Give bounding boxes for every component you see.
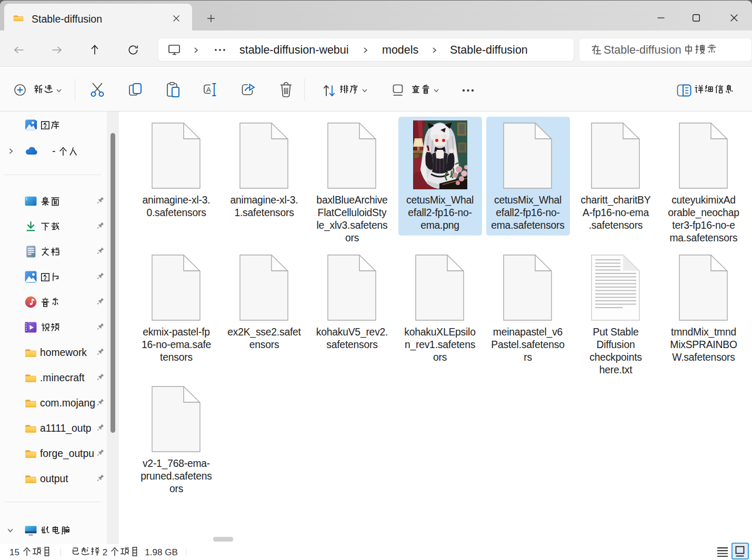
svg-text:A: A: [206, 86, 211, 94]
